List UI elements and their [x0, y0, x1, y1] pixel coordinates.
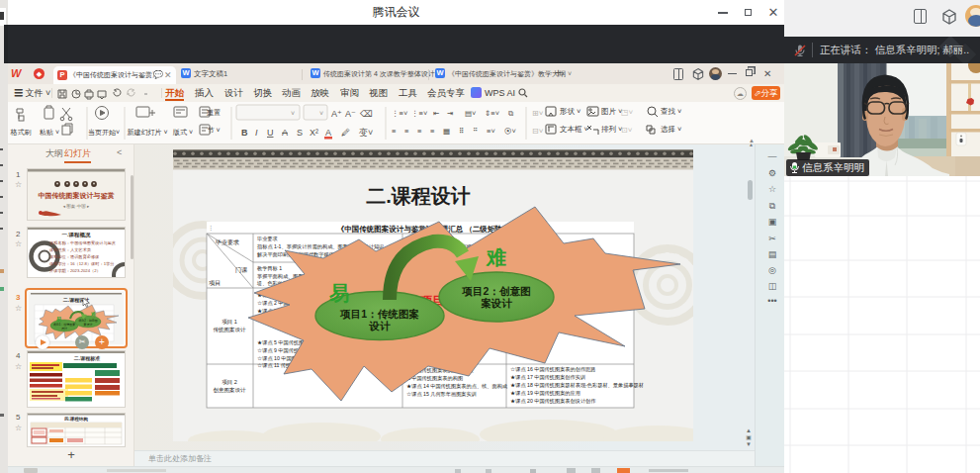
svg-text:˅: ˅	[319, 110, 323, 117]
svg-text:A: A	[282, 128, 288, 138]
svg-text:易: 易	[328, 282, 349, 304]
svg-text:≡: ≡	[404, 127, 409, 136]
svg-text:设计: 设计	[61, 327, 67, 331]
svg-text:☆: ☆	[768, 184, 776, 194]
svg-text:A: A	[325, 128, 331, 138]
svg-text:毕业要求: 毕业要求	[257, 236, 278, 242]
svg-text:B: B	[241, 128, 248, 138]
svg-text:项目1：传统图案: 项目1：传统图案	[339, 308, 419, 320]
svg-text:难: 难	[486, 246, 506, 268]
svg-text:传统图案设计: 传统图案设计	[214, 327, 247, 333]
svg-text:X²: X²	[310, 128, 318, 138]
svg-text:教学目标 1: 教学目标 1	[257, 265, 282, 272]
svg-text:☆课点 15 几何形年画图案实训: ☆课点 15 几何形年画图案实训	[406, 391, 477, 397]
svg-text:U: U	[267, 128, 274, 138]
svg-text:★课点 20 中国传统图案表创设计创作: ★课点 20 中国传统图案表创设计创作	[510, 398, 596, 405]
svg-text:课程性质：人文艺术类: 课程性质：人文艺术类	[49, 247, 92, 252]
svg-text:指标点 1-1、掌握设计所需的构成、图形及版式设计知识，用于: 指标点 1-1、掌握设计所需的构成、图形及版式设计知识，用于	[257, 243, 400, 250]
svg-text:版式 ˅: 版式 ˅	[172, 129, 193, 137]
svg-text:▦: ▦	[443, 127, 450, 136]
svg-text:项目 1: 项目 1	[222, 319, 237, 326]
svg-text:形状 ˅: 形状 ˅	[560, 107, 580, 116]
svg-text:▣: ▣	[768, 217, 777, 227]
svg-text:◳˅: ◳˅	[621, 108, 634, 117]
svg-text:⠛: ⠛	[473, 127, 479, 136]
svg-text:粘贴 ˅: 粘贴 ˅	[39, 129, 59, 137]
svg-text:★中国传统图案表的构图: ★中国传统图案表的构图	[406, 375, 463, 382]
svg-text:◂ 图案·中国 ▸: ◂ 图案·中国 ▸	[63, 204, 90, 209]
svg-text:课程名称：中国传统图案设计与鉴赏: 课程名称：中国传统图案设计与鉴赏	[49, 240, 116, 245]
svg-text:★课点 18 中国传统图案题材表现-色彩题材、景象描摹题材: ★课点 18 中国传统图案题材表现-色彩题材、景象描摹题材	[510, 382, 644, 389]
svg-text:开课学期：2023-2024（2）: 开课学期：2023-2024（2）	[49, 268, 101, 273]
svg-text:≡: ≡	[417, 127, 422, 136]
svg-text:≡˅: ≡˅	[487, 127, 495, 136]
svg-text:⇥: ⇥	[447, 109, 453, 118]
svg-text:变˅: 变˅	[359, 128, 373, 138]
svg-text:⊟˅: ⊟˅	[532, 127, 544, 136]
svg-text:项目: 项目	[209, 280, 221, 287]
svg-text:▤˅: ▤˅	[465, 109, 476, 118]
svg-text:重置: 重置	[207, 109, 221, 116]
svg-text:格式刷: 格式刷	[10, 129, 32, 137]
svg-text:˅: ˅	[291, 110, 295, 117]
svg-text:设计: 设计	[369, 320, 392, 331]
svg-text:🖉: 🖉	[341, 128, 350, 138]
svg-text:★课点 17 中国传统图案创作实训: ★课点 17 中国传统图案创作实训	[510, 374, 585, 381]
svg-text:信息系辛明明: 信息系辛明明	[802, 161, 864, 173]
svg-text:◫: ◫	[768, 281, 777, 291]
svg-text:二.课程标准: 二.课程标准	[74, 355, 100, 362]
svg-text:四.课程结构: 四.课程结构	[64, 416, 88, 423]
svg-text:⧉: ⧉	[508, 109, 513, 118]
svg-text:⌫: ⌫	[359, 109, 373, 119]
svg-text:A⁺: A⁺	[331, 109, 342, 119]
svg-text:新建幻灯片 ˅: 新建幻灯片 ˅	[127, 128, 167, 137]
svg-text:文本框 ˅: 文本框 ˅	[560, 125, 588, 134]
svg-text:★课点 14 中国传统图案表的点、线、面构成: ★课点 14 中国传统图案表的点、线、面构成	[406, 383, 508, 390]
svg-text:案设计: 案设计	[84, 323, 93, 327]
svg-text:门课: 门课	[235, 266, 247, 273]
svg-text:◎: ◎	[768, 265, 776, 275]
svg-text:⋮≡˅: ⋮≡˅	[392, 109, 407, 118]
svg-text:⊡˅: ⊡˅	[621, 126, 633, 135]
svg-text:排列 ˅: 排列 ˅	[601, 125, 622, 134]
svg-text:•••: •••	[767, 296, 776, 306]
svg-text:二.课程设计: 二.课程设计	[366, 185, 471, 207]
svg-text:⇕≡˅: ⇕≡˅	[485, 109, 499, 118]
svg-text:★课点 19 中国传统图案的应用: ★课点 19 中国传统图案的应用	[510, 390, 580, 397]
svg-text:⇤: ⇤	[433, 109, 439, 118]
svg-text:—: —	[768, 151, 777, 161]
svg-text:⦿˅: ⦿˅	[504, 127, 516, 136]
svg-text:I: I	[255, 128, 258, 138]
svg-text:⚙: ⚙	[768, 168, 776, 178]
svg-text:⋮≡˅: ⋮≡˅	[411, 109, 427, 118]
svg-text:当页开始˅: 当页开始˅	[88, 129, 120, 137]
svg-text:易: 易	[55, 316, 61, 323]
svg-text:案设计: 案设计	[481, 297, 512, 309]
svg-text:难: 难	[90, 311, 96, 317]
svg-text:课程学分：16（12.8）课时：1学分: 课程学分：16（12.8）课时：1学分	[49, 261, 115, 266]
svg-text:✂: ✂	[768, 234, 776, 243]
svg-text:选择 ˅: 选择 ˅	[661, 125, 681, 134]
svg-text:⠿: ⠿	[459, 127, 465, 136]
svg-text:毕业要求: 毕业要求	[215, 239, 239, 246]
svg-text:图片 ˅: 图片 ˅	[601, 107, 622, 116]
svg-text:▤: ▤	[768, 249, 777, 259]
svg-text:☆课点 16 中国传统图案表的创作思路: ☆课点 16 中国传统图案表的创作思路	[510, 366, 595, 373]
svg-text:中国传统图案设计与鉴赏: 中国传统图案设计与鉴赏	[39, 191, 115, 200]
svg-text:≡: ≡	[430, 127, 435, 136]
svg-text:⊞˅: ⊞˅	[532, 109, 544, 118]
svg-text:一.课程概况: 一.课程概况	[61, 232, 91, 238]
svg-text:⋮: ⋮	[208, 225, 214, 231]
svg-text:节 ˅: 节 ˅	[207, 127, 220, 134]
svg-text:查找 ˅: 查找 ˅	[661, 107, 681, 116]
svg-text:⧉: ⧉	[769, 201, 776, 211]
svg-text:项目 2: 项目 2	[222, 379, 237, 386]
svg-text:≡: ≡	[392, 127, 397, 136]
svg-text:项目2：创意图: 项目2：创意图	[462, 285, 531, 297]
svg-text:S: S	[297, 128, 303, 138]
svg-text:创意图案设计: 创意图案设计	[214, 387, 247, 394]
svg-text:A⁻: A⁻	[345, 109, 356, 119]
